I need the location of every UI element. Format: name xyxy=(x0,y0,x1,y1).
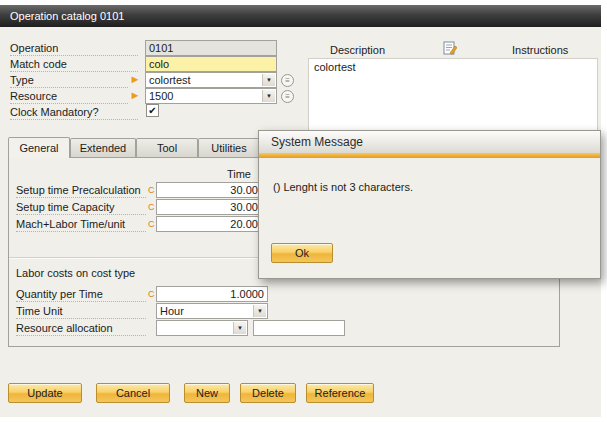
reference-button[interactable]: Reference xyxy=(306,383,374,403)
type-detail-icon[interactable]: ≡ xyxy=(281,74,294,87)
type-dropdown-value: colortest xyxy=(149,73,260,87)
type-dropdown-arrow-icon[interactable]: ▼ xyxy=(262,74,275,86)
type-link-arrow-icon[interactable]: ► xyxy=(129,74,141,85)
resource-link-arrow-icon[interactable]: ► xyxy=(129,90,141,101)
cancel-button[interactable]: Cancel xyxy=(96,383,170,403)
match-code-label: Match code xyxy=(10,57,138,72)
type-label: Type xyxy=(10,73,128,88)
instructions-column-header: Instructions xyxy=(512,43,568,57)
tab-extended[interactable]: Extended xyxy=(70,138,136,157)
resource-dropdown-value: 1500 xyxy=(149,89,260,103)
window-title: Operation catalog 0101 xyxy=(10,10,124,22)
new-button[interactable]: New xyxy=(184,383,230,403)
system-message-dialog: System Message () Lenght is not 3 charac… xyxy=(258,130,601,279)
clock-mandatory-label: Clock Mandatory? xyxy=(10,105,138,120)
type-dropdown[interactable]: colortest ▼ xyxy=(145,72,277,88)
tab-general[interactable]: General xyxy=(8,137,70,158)
operation-catalog-window: Operation catalog 0101 Operation 0101 Ma… xyxy=(0,5,601,417)
resource-dropdown-arrow-icon[interactable]: ▼ xyxy=(262,90,275,102)
system-message-text: () Lenght is not 3 characters. xyxy=(273,181,413,193)
update-button[interactable]: Update xyxy=(8,383,82,403)
system-message-title: System Message xyxy=(271,135,363,149)
resource-detail-icon[interactable]: ≡ xyxy=(281,90,294,103)
tab-utilities[interactable]: Utilities xyxy=(198,138,260,157)
delete-button[interactable]: Delete xyxy=(240,383,296,403)
description-column-header: Description xyxy=(330,43,385,57)
text-editor-icon xyxy=(443,41,457,55)
resource-dropdown[interactable]: 1500 ▼ xyxy=(145,88,277,104)
tab-tool[interactable]: Tool xyxy=(136,138,198,157)
system-message-titlebar[interactable]: System Message xyxy=(259,131,600,153)
resource-label: Resource xyxy=(10,89,128,104)
description-value: colortest xyxy=(309,59,597,75)
clock-mandatory-checkbox[interactable]: ✔ xyxy=(146,104,159,117)
operation-label: Operation xyxy=(10,41,138,56)
dialog-accent-bar xyxy=(259,153,600,158)
description-text-area[interactable]: colortest xyxy=(308,58,598,135)
match-code-input[interactable]: colo xyxy=(145,56,277,72)
operation-field: 0101 xyxy=(145,40,277,56)
ok-button[interactable]: Ok xyxy=(271,243,333,263)
window-titlebar[interactable]: Operation catalog 0101 xyxy=(0,5,601,27)
